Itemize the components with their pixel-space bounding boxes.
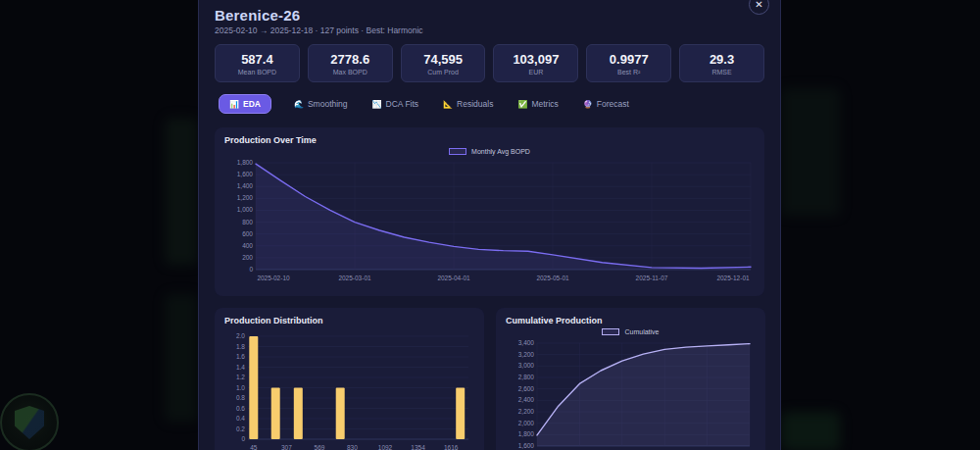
legend-label: Cumulative <box>624 328 659 335</box>
wave-icon: 🌊 <box>294 100 304 109</box>
x-tick-label: 1616 <box>444 444 459 450</box>
stat-card-max-bopd: 2778.6 Max BOPD <box>308 44 393 82</box>
chart-decreasing-icon: 📉 <box>372 100 382 109</box>
y-tick-label: 200 <box>242 254 253 261</box>
tab-label: EDA <box>243 99 261 109</box>
y-tick-label: 600 <box>242 230 253 237</box>
y-tick-label: 0.2 <box>236 425 245 432</box>
background-content-blur <box>165 294 198 422</box>
histogram-bar <box>271 388 280 440</box>
y-tick-label: 2,600 <box>518 385 535 392</box>
background-logo <box>0 393 59 450</box>
stat-card-best-r2: 0.9977 Best R² <box>586 44 671 82</box>
legend-swatch <box>449 148 466 155</box>
y-tick-label: 1,600 <box>518 442 535 449</box>
tab-label: Smoothing <box>308 99 348 109</box>
y-tick-label: 2.0 <box>236 332 245 339</box>
x-tick-label: 569 <box>315 444 325 450</box>
tab-forecast[interactable]: 🔮 Forecast <box>581 95 631 113</box>
bar-chart-icon: 📊 <box>229 100 239 109</box>
y-tick-label: 1,600 <box>237 171 254 177</box>
y-tick-label: 1.0 <box>236 384 245 391</box>
stat-card-cum-prod: 74,595 Cum Prod <box>401 44 486 82</box>
y-tick-label: 1.6 <box>236 353 245 360</box>
background-content-blur <box>781 88 840 216</box>
y-tick-label: 1,000 <box>237 206 254 213</box>
y-tick-label: 0.8 <box>236 394 245 401</box>
x-tick-label: 2025-04-01 <box>437 275 470 281</box>
stat-value: 2778.6 <box>311 52 390 67</box>
bottom-charts-row: Production Distribution 00.20.40.60.81.0… <box>215 308 764 450</box>
y-tick-label: 0 <box>249 266 253 273</box>
y-tick-label: 1,200 <box>237 194 254 201</box>
stat-label: EUR <box>496 69 575 75</box>
y-tick-label: 2,800 <box>518 374 535 380</box>
histogram-bar <box>249 336 258 439</box>
x-tick-label: 1092 <box>378 444 393 450</box>
x-tick-label: 2025-05-01 <box>536 275 569 281</box>
stat-card-mean-bopd: 587.4 Mean BOPD <box>215 44 300 82</box>
y-tick-label: 1,400 <box>237 182 254 189</box>
x-tick-label: 2025-03-01 <box>338 275 371 281</box>
y-tick-label: 2,400 <box>518 396 535 403</box>
y-tick-label: 400 <box>242 242 253 249</box>
tab-eda[interactable]: 📊 EDA <box>219 94 271 114</box>
chart-title: Production Distribution <box>224 316 474 325</box>
y-tick-label: 1,800 <box>518 430 535 437</box>
well-subtitle: 2025-02-10 → 2025-12-18 · 127 points · B… <box>215 25 764 35</box>
x-tick-label: 2025-02-10 <box>257 275 290 281</box>
production-distribution-panel: Production Distribution 00.20.40.60.81.0… <box>215 308 484 450</box>
well-title: Berenice-26 <box>215 7 764 24</box>
y-tick-label: 0.4 <box>236 415 245 422</box>
y-tick-label: 1.2 <box>236 374 245 380</box>
x-tick-label: 45 <box>250 444 258 450</box>
cumulative-production-chart: 1,6001,8002,0002,2002,4002,6002,8003,000… <box>506 338 756 450</box>
y-tick-label: 3,000 <box>518 362 535 369</box>
y-tick-label: 2,200 <box>518 408 535 415</box>
modal-header: Berenice-26 2025-02-10 → 2025-12-18 · 12… <box>199 0 780 35</box>
tab-label: Metrics <box>531 99 558 109</box>
stat-label: Cum Prod <box>404 69 483 75</box>
stats-row: 587.4 Mean BOPD 2778.6 Max BOPD 74,595 C… <box>215 44 764 82</box>
x-tick-label: 830 <box>347 444 358 450</box>
background-content-blur <box>781 412 840 450</box>
tab-residuals[interactable]: 📐 Residuals <box>441 95 495 113</box>
series-area <box>256 164 751 270</box>
y-tick-label: 1,800 <box>237 159 254 166</box>
tab-bar: 📊 EDA 🌊 Smoothing 📉 DCA Fits 📐 Residuals… <box>219 94 764 114</box>
stat-card-eur: 103,097 EUR <box>493 44 578 82</box>
stat-label: Max BOPD <box>311 69 390 75</box>
stat-value: 587.4 <box>218 52 297 67</box>
stat-card-rmse: 29.3 RMSE <box>679 44 764 82</box>
y-tick-label: 0 <box>241 435 245 442</box>
tab-metrics[interactable]: ✅ Metrics <box>515 95 560 113</box>
chart-title: Cumulative Production <box>506 316 756 325</box>
stat-value: 103,097 <box>496 52 575 67</box>
x-tick-label: 2025-12-01 <box>716 275 750 281</box>
histogram-bar <box>336 388 345 440</box>
tab-label: Forecast <box>597 99 629 109</box>
tab-dca-fits[interactable]: 📉 DCA Fits <box>370 95 421 113</box>
x-tick-label: 2025-11-07 <box>636 275 668 281</box>
y-tick-label: 1.8 <box>236 343 245 350</box>
chart-title: Production Over Time <box>224 135 755 145</box>
cumulative-production-panel: Cumulative Production Cumulative 1,6001,… <box>496 308 765 450</box>
tab-smoothing[interactable]: 🌊 Smoothing <box>292 95 350 113</box>
chart-legend: Monthly Avg BOPD <box>224 145 755 158</box>
histogram-bar <box>294 388 303 440</box>
stat-label: Mean BOPD <box>218 69 297 75</box>
stat-value: 29.3 <box>682 52 761 67</box>
stat-label: RMSE <box>682 69 761 75</box>
legend-label: Monthly Avg BOPD <box>471 148 530 155</box>
shield-logo-icon <box>15 406 44 439</box>
stat-value: 0.9977 <box>589 52 668 67</box>
x-tick-label: 1354 <box>411 444 425 450</box>
chart-legend: Cumulative <box>506 325 756 338</box>
production-over-time-chart: 02004006008001,0001,2001,4001,6001,80020… <box>224 158 757 283</box>
y-tick-label: 1.4 <box>236 364 245 371</box>
triangle-ruler-icon: 📐 <box>443 100 453 109</box>
tab-label: DCA Fits <box>386 99 419 109</box>
production-distribution-chart: 00.20.40.60.81.01.21.41.61.82.0453075698… <box>224 331 474 450</box>
tab-label: Residuals <box>457 99 493 109</box>
stat-label: Best R² <box>589 69 668 75</box>
